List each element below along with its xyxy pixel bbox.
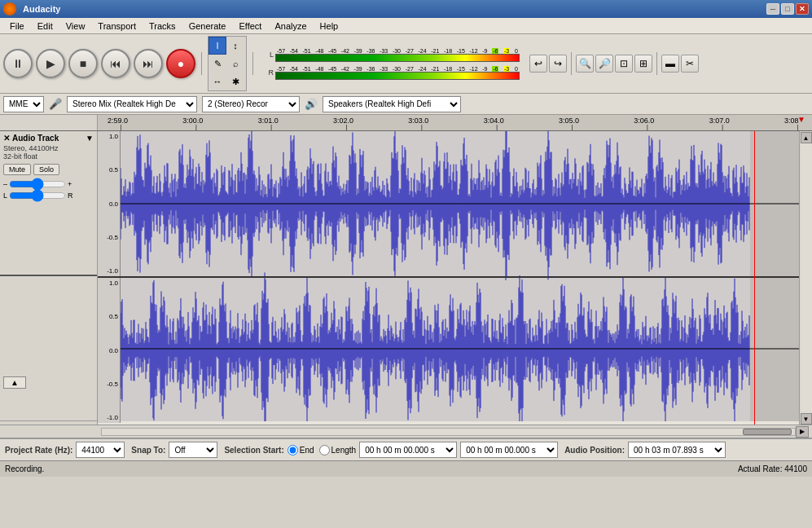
- pan-r-label: R: [68, 191, 73, 200]
- selection-start-label: Selection Start:: [224, 446, 283, 455]
- zoom-sel-button[interactable]: ⊞: [634, 55, 652, 73]
- pan-row: L R: [3, 191, 94, 200]
- menu-item-effect[interactable]: Effect: [233, 20, 269, 32]
- y-label-2-4: -1.0: [99, 414, 118, 421]
- pan-l-label: L: [3, 191, 7, 200]
- maximize-button[interactable]: □: [781, 3, 794, 15]
- select-tool-button[interactable]: I: [208, 37, 226, 55]
- hscroll-right-arrow[interactable]: ▶: [796, 426, 809, 438]
- recording-status: Recording.: [5, 464, 44, 473]
- bottom-status: Recording. Actual Rate: 44100: [0, 460, 812, 477]
- menu-item-tracks[interactable]: Tracks: [143, 20, 182, 32]
- selection-start-input[interactable]: 00 h 00 m 00.000 s: [359, 442, 457, 458]
- envelope-tool-button[interactable]: ↕: [226, 37, 244, 55]
- multi-tool-button[interactable]: ✱: [226, 73, 244, 90]
- meter-l-label: L: [262, 51, 274, 59]
- zoom-tool-button[interactable]: ⌕: [226, 55, 244, 73]
- input-device-select[interactable]: Stereo Mix (Realtek High De: [67, 96, 197, 112]
- menu-item-generate[interactable]: Generate: [182, 20, 233, 32]
- track-title-row-1: ✕ Audio Track ▼: [3, 134, 94, 143]
- output-device-select[interactable]: Speakers (Realtek High Defi: [323, 96, 461, 112]
- pan-slider[interactable]: [9, 192, 66, 199]
- audio-pos-input[interactable]: 00 h 03 m 07.893 s: [628, 442, 726, 458]
- menu-item-file[interactable]: File: [3, 20, 31, 32]
- timeshift-tool-button[interactable]: ↔: [208, 73, 226, 90]
- speaker-icon: 🔊: [305, 98, 318, 110]
- scroll-down-arrow[interactable]: ▼: [801, 413, 812, 425]
- snap-to-group: Snap To: Off: [131, 442, 217, 458]
- zoom-in-button[interactable]: 🔍: [576, 55, 594, 73]
- end-radio[interactable]: [287, 445, 298, 455]
- tracks-viewport[interactable]: 1.0 0.5 0.0 -0.5 -1.0 1.0 0.5 0.0 -0.5 -…: [98, 131, 799, 425]
- menu-item-edit[interactable]: Edit: [31, 20, 59, 32]
- track-header-stub: [0, 115, 98, 131]
- app-title: Audacity: [23, 4, 60, 14]
- separator: [201, 52, 202, 75]
- status-bar: Project Rate (Hz): 44100 Snap To: Off Se…: [0, 438, 812, 460]
- menu-item-analyze[interactable]: Analyze: [268, 20, 313, 32]
- audio-pos-label: Audio Position:: [564, 446, 625, 455]
- titlebar-controls: ─ □ ✕: [766, 3, 809, 15]
- track-info-line2: 32-bit float: [3, 152, 94, 161]
- separator4: [656, 52, 657, 75]
- gain-plus: +: [68, 180, 72, 188]
- playhead-marker: ▼: [797, 115, 805, 124]
- separator2: [252, 52, 253, 75]
- menu-item-view[interactable]: View: [59, 20, 92, 32]
- titlebar: Audacity ─ □ ✕: [0, 0, 812, 18]
- track-buttons-1: Mute Solo: [3, 164, 94, 175]
- y-label-1-3: -0.5: [99, 234, 118, 241]
- record-button[interactable]: ●: [166, 49, 195, 78]
- device-toolbar: MME 🎤 Stereo Mix (Realtek High De 2 (Ste…: [0, 94, 812, 115]
- hscroll-thumb[interactable]: [743, 429, 792, 435]
- zoom-fit-button[interactable]: ⊡: [615, 55, 633, 73]
- edit-tools: ↩ ↪ 🔍 🔎 ⊡ ⊞ ▬ ✂: [529, 52, 699, 75]
- main-area: ✕ Audio Track ▼ Stereo, 44100Hz 32-bit f…: [0, 131, 812, 438]
- mute-button[interactable]: Mute: [3, 164, 31, 175]
- snap-to-select[interactable]: Off: [169, 442, 217, 458]
- hscroll-track[interactable]: [101, 428, 796, 436]
- actual-rate-status: Actual Rate: 44100: [738, 464, 807, 473]
- menu-item-help[interactable]: Help: [314, 20, 345, 32]
- level-meters: L -57-54-51-48-45-42-39-36-33-30-27-24-2…: [262, 46, 520, 81]
- gain-row: – +: [3, 180, 94, 188]
- y-label-2-3: -0.5: [99, 381, 118, 388]
- toolbar-area: ⏸ ▶ ■ ⏮ ⏭ ● I ↕ ✎ ⌕ ↔ ✱ L -57-54-51-48-4…: [0, 34, 812, 94]
- yaxis-labels-2: 1.0 0.5 0.0 -0.5 -1.0: [98, 278, 121, 423]
- titlebar-left: Audacity: [3, 2, 60, 15]
- stop-button[interactable]: ■: [68, 49, 98, 78]
- track-menu-arrow[interactable]: ▼: [86, 134, 94, 143]
- redo-button[interactable]: ↪: [549, 55, 567, 73]
- menu-item-transport[interactable]: Transport: [91, 20, 143, 32]
- channels-select[interactable]: 2 (Stereo) Recor: [202, 96, 300, 112]
- close-button[interactable]: ✕: [796, 3, 809, 15]
- solo-button[interactable]: Solo: [33, 164, 59, 175]
- play-button[interactable]: ▶: [36, 49, 65, 78]
- skip-back-button[interactable]: ⏮: [101, 49, 130, 78]
- selection-end-input[interactable]: 00 h 00 m 00.000 s: [460, 442, 558, 458]
- track-header-2-title: [3, 279, 94, 295]
- vertical-scrollbar[interactable]: ▲ ▼: [799, 131, 812, 425]
- time-ruler: ▼: [98, 115, 812, 131]
- track-info-1: Stereo, 44100Hz 32-bit float: [3, 144, 94, 161]
- minimize-button[interactable]: ─: [766, 3, 779, 15]
- draw-tool-button[interactable]: ✎: [208, 55, 226, 73]
- y-label-2-0: 1.0: [99, 279, 118, 287]
- trim-button[interactable]: ✂: [681, 55, 699, 73]
- track-2-scroll-btn: ▲: [3, 376, 94, 389]
- undo-button[interactable]: ↩: [529, 55, 547, 73]
- project-rate-group: Project Rate (Hz): 44100: [5, 442, 125, 458]
- gain-slider[interactable]: [9, 181, 66, 187]
- scroll-up-arrow[interactable]: ▲: [801, 132, 812, 143]
- skip-forward-button[interactable]: ⏭: [134, 49, 163, 78]
- zoom-out-button[interactable]: 🔎: [595, 55, 613, 73]
- pause-button[interactable]: ⏸: [3, 49, 33, 78]
- project-rate-select[interactable]: 44100: [76, 442, 125, 458]
- host-select[interactable]: MME: [3, 96, 44, 112]
- scroll-up-button[interactable]: ▲: [3, 376, 26, 389]
- track-header-1: ✕ Audio Track ▼ Stereo, 44100Hz 32-bit f…: [0, 131, 97, 276]
- y-label-1-1: 0.5: [99, 166, 118, 174]
- track-close-x[interactable]: ✕: [3, 134, 10, 143]
- length-radio[interactable]: [319, 445, 330, 455]
- silence-button[interactable]: ▬: [661, 55, 679, 73]
